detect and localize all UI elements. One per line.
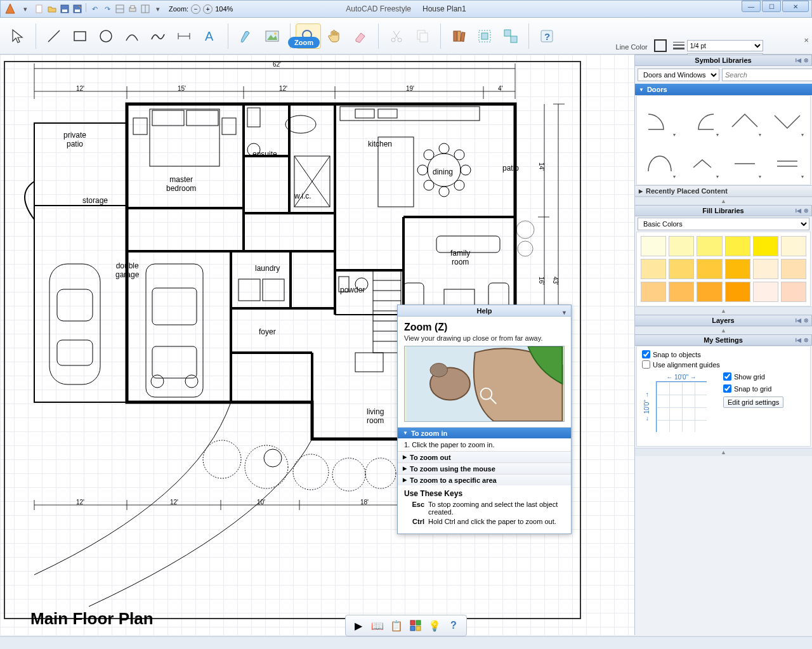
layout2-icon[interactable] (140, 3, 151, 15)
fill-swatch[interactable] (669, 259, 694, 279)
close-button[interactable]: ✕ (782, 1, 809, 12)
print-icon[interactable] (127, 3, 138, 15)
door-symbol-6[interactable]: ▾ (682, 141, 722, 181)
fill-swatch[interactable] (697, 259, 722, 279)
fill-swatch[interactable] (725, 259, 750, 279)
panel-prev-icon[interactable]: I◀ (795, 57, 801, 63)
new-icon[interactable] (34, 3, 45, 15)
circle-tool[interactable] (93, 23, 119, 49)
zoom-out-button[interactable]: − (191, 4, 200, 14)
door-symbol-7[interactable]: ▾ (725, 141, 765, 181)
door-symbol-1[interactable]: ▾ (639, 100, 679, 139)
pan-tool[interactable] (322, 23, 347, 49)
fill-swatch[interactable] (753, 236, 778, 256)
fill-swatch[interactable] (781, 259, 806, 279)
svg-point-95 (424, 150, 434, 160)
paint-tool[interactable] (233, 23, 259, 49)
play-icon[interactable]: ▶ (350, 617, 367, 634)
fill-swatch[interactable] (641, 236, 666, 256)
help-zoom-in[interactable]: ▼To zoom in (398, 427, 571, 438)
room-laundry: laundry (255, 264, 280, 273)
fill-swatch[interactable] (697, 282, 722, 302)
open-icon[interactable] (46, 3, 58, 15)
fill-swatch[interactable] (669, 236, 694, 256)
snap-objects-checkbox[interactable]: Snap to objects (642, 350, 805, 358)
arc-tool[interactable] (119, 23, 145, 49)
minimize-button[interactable]: — (742, 1, 761, 12)
room-patio: patio (502, 164, 519, 173)
text-tool[interactable]: A (197, 23, 223, 49)
help-collapse-icon[interactable]: ▼ (561, 307, 567, 318)
help-header[interactable]: Help ▼ (398, 305, 571, 317)
fill-swatch[interactable] (697, 236, 722, 256)
fill-libraries-header[interactable]: Fill Libraries I◀⊗ (635, 205, 812, 216)
drawing-canvas[interactable]: 62' 12' 15' 12' 19' 4' 12' 12' 10' 18' 4… (0, 55, 634, 635)
line-tool[interactable] (41, 23, 67, 49)
dimension-tool[interactable] (171, 23, 197, 49)
my-settings-header[interactable]: My Settings I◀⊗ (635, 334, 812, 346)
zoom-in-button[interactable]: + (203, 4, 213, 14)
fill-swatch[interactable] (781, 236, 806, 256)
save-icon[interactable] (59, 3, 70, 15)
select-tool[interactable] (5, 23, 30, 49)
freehand-tool[interactable] (145, 23, 171, 49)
help-zoom-mouse[interactable]: ▶To zoom using the mouse (398, 462, 571, 474)
qat-dropdown[interactable]: ▾ (20, 3, 31, 15)
help-zoom-out[interactable]: ▶To zoom out (398, 451, 571, 462)
line-weight-select[interactable]: 1/4 pt (687, 40, 763, 51)
help-icon[interactable]: ? (445, 617, 462, 634)
symbol-libraries-header[interactable]: Symbol Libraries I◀⊗ (635, 55, 812, 66)
panel-collapse-up[interactable]: ▲ (635, 197, 812, 205)
fill-swatch[interactable] (725, 282, 750, 302)
edit-grid-button[interactable]: Edit grid settings (723, 397, 783, 408)
group-tool[interactable] (472, 23, 497, 49)
fill-swatch[interactable] (753, 282, 778, 302)
fill-swatch[interactable] (725, 236, 750, 256)
layers-collapse[interactable]: ▲ (635, 326, 812, 334)
door-symbol-2[interactable]: ▾ (682, 100, 722, 139)
panel-close-icon[interactable]: ⊗ (804, 57, 809, 63)
help-zoom-area[interactable]: ▶To zoom to a specific area (398, 474, 571, 485)
layout1-icon[interactable] (114, 3, 126, 15)
fill-swatch[interactable] (641, 282, 666, 302)
close-panel-button[interactable]: ✕ (802, 37, 811, 46)
doors-section[interactable]: ▼Doors (635, 84, 812, 95)
fill-swatch[interactable] (669, 282, 694, 302)
fill-swatch[interactable] (781, 282, 806, 302)
redo-icon[interactable]: ↷ (102, 3, 113, 15)
fill-category-select[interactable]: Basic Colors (638, 218, 809, 230)
qat-more[interactable]: ▾ (152, 3, 164, 15)
show-grid-checkbox[interactable]: Show grid (723, 372, 783, 381)
recently-placed-section[interactable]: ▶Recently Placed Content (635, 185, 812, 197)
settings-collapse[interactable]: ▲ (635, 448, 812, 456)
book-icon[interactable]: 📖 (369, 617, 386, 634)
maximize-button[interactable]: ☐ (762, 1, 781, 12)
alignment-guides-checkbox[interactable]: Use alignment guides (642, 360, 805, 369)
library-tool[interactable] (446, 23, 471, 49)
snap-grid-checkbox[interactable]: Snap to grid (723, 384, 783, 393)
fill-collapse-up[interactable]: ▲ (635, 306, 812, 315)
layers-header[interactable]: Layers I◀⊗ (635, 315, 812, 326)
image-tool[interactable] (259, 23, 285, 49)
clipboard-icon[interactable]: 📋 (388, 617, 405, 634)
cut-tool[interactable] (384, 23, 409, 49)
fill-swatch[interactable] (641, 259, 666, 279)
bulb-icon[interactable]: 💡 (426, 617, 443, 634)
symbol-search-input[interactable] (722, 69, 812, 81)
door-symbol-8[interactable]: ▾ (768, 141, 808, 181)
blocks-icon[interactable] (407, 617, 424, 634)
svg-point-131 (264, 449, 282, 467)
copy-tool[interactable] (410, 23, 435, 49)
door-symbol-5[interactable]: ▾ (639, 141, 679, 181)
line-color-swatch[interactable] (654, 39, 667, 52)
ungroup-tool[interactable] (498, 23, 523, 49)
fill-swatch[interactable] (753, 259, 778, 279)
door-symbol-4[interactable]: ▾ (768, 100, 808, 139)
rectangle-tool[interactable] (67, 23, 93, 49)
symbol-category-select[interactable]: Doors and Windows (638, 69, 719, 81)
undo-icon[interactable]: ↶ (89, 3, 100, 15)
help-tool[interactable]: ? (534, 23, 560, 49)
eraser-tool[interactable] (348, 23, 373, 49)
saveas-icon[interactable] (72, 3, 83, 15)
door-symbol-3[interactable]: ▾ (725, 100, 765, 139)
